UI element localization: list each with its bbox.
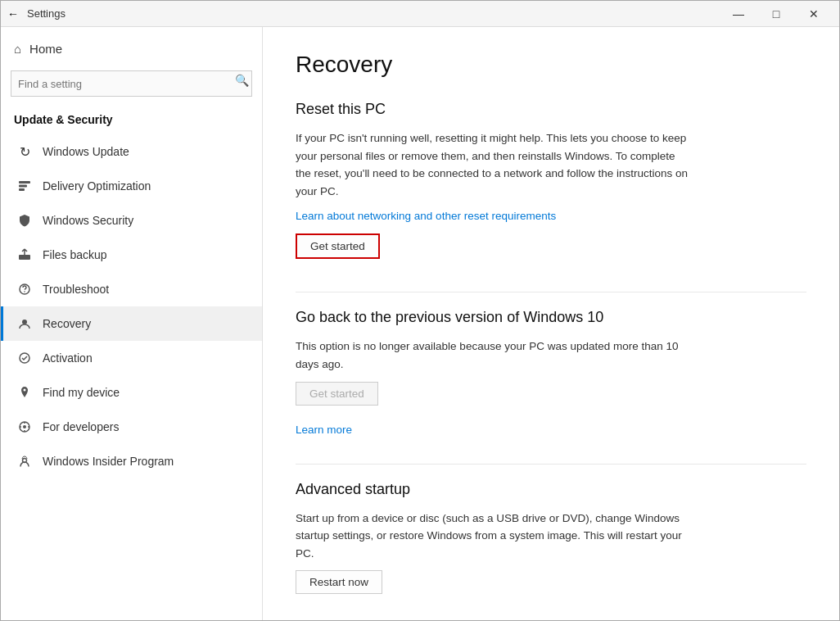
close-button[interactable]: ✕: [795, 1, 833, 27]
sidebar-item-label: Windows Security: [43, 214, 133, 227]
sidebar-item-home[interactable]: ⌂ Home: [1, 27, 262, 70]
svg-point-8: [24, 389, 26, 392]
recovery-icon: [16, 315, 33, 332]
content-area: ⌂ Home 🔍 Update & Security ↻ Windows Upd…: [1, 27, 839, 620]
sidebar-item-activation[interactable]: Activation: [1, 341, 262, 375]
svg-rect-1: [19, 185, 27, 188]
sidebar-item-label: Delivery Optimization: [43, 179, 151, 193]
minimize-button[interactable]: —: [720, 1, 757, 27]
delivery-optimization-icon: [16, 178, 33, 194]
sidebar-item-troubleshoot[interactable]: Troubleshoot: [1, 272, 262, 306]
back-button[interactable]: ←: [7, 7, 19, 20]
sidebar-item-label: Windows Update: [43, 145, 129, 158]
sidebar-item-files-backup[interactable]: Files backup: [1, 238, 262, 272]
reset-pc-title: Reset this PC: [296, 101, 806, 118]
sidebar-item-for-developers[interactable]: For developers: [1, 410, 262, 444]
sidebar-item-find-my-device[interactable]: Find my device: [1, 375, 262, 410]
advanced-startup-description: Start up from a device or disc (such as …: [296, 510, 689, 563]
window-title: Settings: [27, 7, 720, 20]
sidebar-item-label: Recovery: [43, 317, 91, 330]
sidebar-item-recovery[interactable]: Recovery: [1, 306, 262, 341]
divider-1: [296, 292, 806, 292]
search-input[interactable]: [11, 70, 252, 97]
sidebar: ⌂ Home 🔍 Update & Security ↻ Windows Upd…: [1, 27, 263, 620]
sidebar-item-delivery-optimization[interactable]: Delivery Optimization: [1, 169, 262, 203]
go-back-description: This option is no longer available becau…: [296, 338, 689, 373]
sidebar-section-title: Update & Security: [1, 107, 262, 134]
divider-2: [296, 464, 806, 465]
home-icon: ⌂: [14, 42, 21, 56]
windows-insider-icon: [16, 453, 33, 469]
svg-rect-2: [19, 188, 25, 191]
files-backup-icon: [16, 247, 33, 263]
for-developers-icon: [16, 419, 33, 435]
windows-update-icon: ↻: [16, 143, 33, 160]
sidebar-item-label: Files backup: [43, 248, 107, 261]
window-controls: — □ ✕: [720, 1, 833, 27]
go-back-link[interactable]: Learn more: [296, 424, 352, 436]
sidebar-item-label: Windows Insider Program: [43, 455, 174, 468]
go-back-section: Go back to the previous version of Windo…: [296, 309, 806, 446]
settings-window: ← Settings — □ ✕ ⌂ Home 🔍 Update & Secur…: [0, 0, 840, 621]
sidebar-item-label: Activation: [43, 351, 93, 365]
reset-pc-section: Reset this PC If your PC isn't running w…: [296, 101, 806, 275]
advanced-startup-section: Advanced startup Start up from a device …: [296, 481, 806, 611]
reset-pc-description: If your PC isn't running well, resetting…: [296, 129, 689, 200]
restart-now-button[interactable]: Restart now: [296, 570, 382, 594]
title-bar: ← Settings — □ ✕: [1, 1, 839, 27]
windows-security-icon: [16, 212, 33, 229]
find-my-device-icon: [16, 384, 33, 401]
search-container: 🔍: [11, 70, 252, 97]
sidebar-item-label: Troubleshoot: [43, 283, 109, 296]
sidebar-item-label: For developers: [43, 420, 119, 433]
svg-point-10: [23, 425, 26, 428]
sidebar-item-windows-update[interactable]: ↻ Windows Update: [1, 134, 262, 169]
go-back-button[interactable]: Get started: [296, 382, 378, 406]
home-label: Home: [29, 42, 62, 56]
sidebar-item-windows-security[interactable]: Windows Security: [1, 203, 262, 238]
sidebar-item-windows-insider[interactable]: Windows Insider Program: [1, 444, 262, 478]
reset-pc-link[interactable]: Learn about networking and other reset r…: [296, 210, 556, 222]
troubleshoot-icon: [16, 281, 33, 297]
page-title: Recovery: [296, 52, 806, 78]
svg-rect-0: [19, 181, 30, 184]
reset-pc-button[interactable]: Get started: [296, 233, 380, 259]
advanced-startup-title: Advanced startup: [296, 481, 806, 498]
maximize-button[interactable]: □: [757, 1, 795, 27]
main-content: Recovery Reset this PC If your PC isn't …: [263, 27, 839, 620]
search-button[interactable]: 🔍: [235, 74, 249, 87]
svg-point-6: [22, 320, 27, 324]
activation-icon: [16, 350, 33, 366]
sidebar-item-label: Find my device: [43, 386, 120, 399]
go-back-title: Go back to the previous version of Windo…: [296, 309, 806, 326]
svg-point-5: [24, 291, 25, 292]
